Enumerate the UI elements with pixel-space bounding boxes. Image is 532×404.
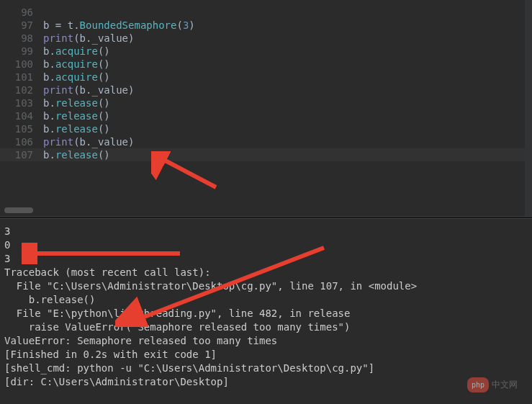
minimap[interactable] xyxy=(525,0,532,216)
output-line: File "C:\Users\Administrator\Desktop\cg.… xyxy=(4,279,528,293)
line-number: 104 xyxy=(0,109,43,122)
watermark-badge: php xyxy=(467,377,489,392)
code-content[interactable]: b = t.BoundedSemaphore(3) xyxy=(43,19,532,32)
output-line: ValueError: Semaphore released too many … xyxy=(4,334,528,348)
code-line[interactable]: 102print(b._value) xyxy=(0,84,532,96)
line-number: 100 xyxy=(0,58,43,71)
line-number: 96 xyxy=(0,6,43,19)
output-line: b.release() xyxy=(4,293,528,307)
code-content[interactable]: b.acquire() xyxy=(43,71,532,84)
code-editor-panel[interactable]: 9697b = t.BoundedSemaphore(3)98print(b._… xyxy=(0,0,532,216)
code-line[interactable]: 99b.acquire() xyxy=(0,45,532,58)
code-line[interactable]: 97b = t.BoundedSemaphore(3) xyxy=(0,19,532,32)
code-content[interactable]: b.release() xyxy=(43,109,532,122)
output-line: 3 xyxy=(4,225,528,238)
line-number: 106 xyxy=(0,135,43,148)
code-content[interactable]: print(b._value) xyxy=(43,32,532,45)
output-panel[interactable]: 303Traceback (most recent call last): Fi… xyxy=(0,219,532,404)
code-line[interactable]: 107b.release() xyxy=(0,148,532,161)
line-number: 103 xyxy=(0,96,43,109)
code-line[interactable]: 96 xyxy=(0,6,532,19)
code-line[interactable]: 101b.acquire() xyxy=(0,71,532,84)
code-content[interactable]: b.acquire() xyxy=(43,45,532,58)
output-line: 0 xyxy=(4,238,528,252)
line-number: 105 xyxy=(0,122,43,135)
output-line: [shell_cmd: python -u "C:\Users\Administ… xyxy=(4,362,528,375)
code-content[interactable]: print(b._value) xyxy=(43,135,532,148)
line-number: 101 xyxy=(0,71,43,84)
code-content[interactable]: b.release() xyxy=(43,96,532,109)
output-line: 3 xyxy=(4,252,528,266)
line-number: 97 xyxy=(0,19,43,32)
line-number: 107 xyxy=(0,148,43,161)
code-line[interactable]: 103b.release() xyxy=(0,96,532,109)
code-content[interactable]: b.acquire() xyxy=(43,58,532,71)
svg-line-1 xyxy=(158,157,216,187)
code-line[interactable]: 104b.release() xyxy=(0,109,532,122)
output-line: raise ValueError("Semaphore released too… xyxy=(4,320,528,334)
code-line[interactable]: 98print(b._value) xyxy=(0,32,532,45)
output-line: Traceback (most recent call last): xyxy=(4,266,528,279)
code-content[interactable]: b.release() xyxy=(43,148,532,161)
code-line[interactable]: 106print(b._value) xyxy=(0,135,532,148)
code-line[interactable]: 100b.acquire() xyxy=(0,58,532,71)
code-line[interactable]: 105b.release() xyxy=(0,122,532,135)
watermark-text: 中文网 xyxy=(492,378,518,392)
code-content[interactable] xyxy=(43,6,532,19)
line-number: 99 xyxy=(0,45,43,58)
line-number: 102 xyxy=(0,84,43,96)
scrollbar-horizontal[interactable] xyxy=(4,207,33,213)
code-content[interactable]: print(b._value) xyxy=(43,84,532,96)
output-line: [dir: C:\Users\Administrator\Desktop] xyxy=(4,375,528,389)
watermark: php 中文网 xyxy=(467,377,518,392)
output-line: [Finished in 0.2s with exit code 1] xyxy=(4,348,528,362)
line-number: 98 xyxy=(0,32,43,45)
code-content[interactable]: b.release() xyxy=(43,122,532,135)
output-line: File "E:\python\lib\threading.py", line … xyxy=(4,307,528,320)
